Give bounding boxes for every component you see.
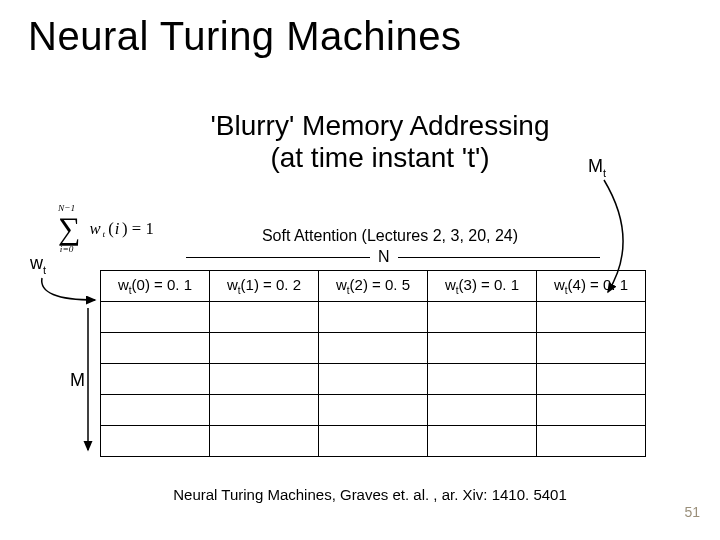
- n-rule-left: [186, 257, 370, 258]
- memory-table: wt(0) = 0. 1 wt(1) = 0. 2 wt(2) = 0. 5 w…: [100, 270, 646, 457]
- svg-text:i: i: [115, 219, 120, 238]
- svg-text:i=0: i=0: [60, 244, 74, 254]
- table-row: [101, 364, 646, 395]
- slide-subtitle: 'Blurry' Memory Addressing (at time inst…: [180, 110, 580, 174]
- slide: Neural Turing Machines 'Blurry' Memory A…: [0, 0, 720, 540]
- weight-cell-4: wt(4) = 0. 1: [537, 271, 646, 302]
- weights-row: wt(0) = 0. 1 wt(1) = 0. 2 wt(2) = 0. 5 w…: [101, 271, 646, 302]
- svg-text:) = 1: ) = 1: [122, 219, 154, 238]
- citation: Neural Turing Machines, Graves et. al. ,…: [160, 486, 580, 503]
- weight-cell-0: wt(0) = 0. 1: [101, 271, 210, 302]
- weight-cell-3: wt(3) = 0. 1: [428, 271, 537, 302]
- table-row: [101, 395, 646, 426]
- weight-cell-1: wt(1) = 0. 2: [210, 271, 319, 302]
- subtitle-line1: 'Blurry' Memory Addressing: [210, 110, 549, 141]
- m-dimension-label: M: [70, 370, 85, 391]
- table-row: [101, 426, 646, 457]
- n-rule-right: [398, 257, 600, 258]
- svg-text:w: w: [90, 219, 102, 238]
- weight-cell-2: wt(2) = 0. 5: [319, 271, 428, 302]
- n-dimension-label: N: [378, 248, 390, 266]
- svg-text:(: (: [108, 219, 114, 238]
- subtitle-line2: (at time instant 't'): [270, 142, 489, 173]
- table-row: [101, 333, 646, 364]
- slide-title: Neural Turing Machines: [28, 14, 461, 59]
- soft-attention-label: Soft Attention (Lectures 2, 3, 20, 24): [200, 227, 580, 245]
- summation-formula: N−1 ∑ i=0 w t ( i ) = 1: [58, 200, 188, 260]
- table-row: [101, 302, 646, 333]
- svg-text:∑: ∑: [58, 211, 81, 246]
- wt-label: wt: [30, 253, 46, 276]
- page-number: 51: [684, 504, 700, 520]
- svg-text:t: t: [103, 229, 106, 239]
- mt-label: Mt: [588, 156, 606, 179]
- wt-arrow: [42, 278, 95, 300]
